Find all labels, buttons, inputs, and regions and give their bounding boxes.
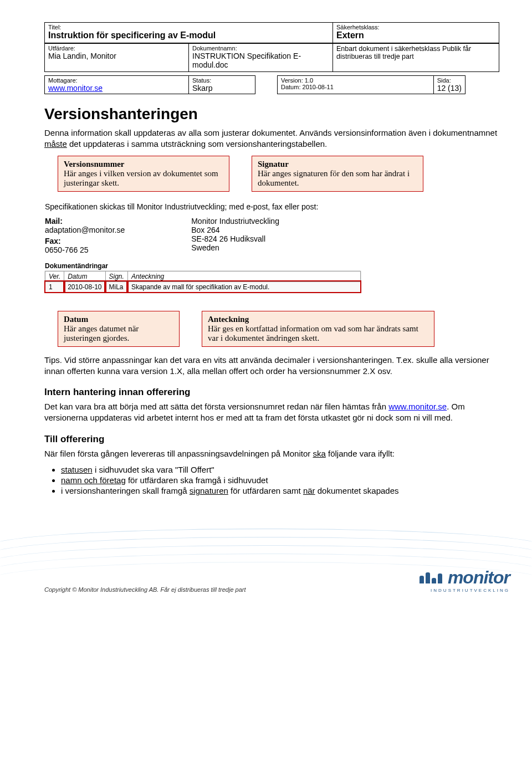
label-mottagare: Mottagare: (48, 77, 185, 84)
value-utfardare: Mia Landin, Monitor (48, 52, 185, 60)
header-sida-cell: Sida: 12 (13) (433, 75, 466, 94)
b3-b: för utfärdaren samt (228, 486, 303, 495)
ss-addr3: SE-824 26 Hudiksvall (191, 234, 279, 243)
para-till-off: När filen första gången levereras till a… (44, 448, 499, 459)
logo-bars-icon (420, 572, 442, 583)
logo-subtitle: INDUSTRIUTVECKLING (420, 588, 510, 593)
para-intern: Det kan vara bra att börja med att sätta… (44, 401, 499, 424)
value-mottagare[interactable]: www.monitor.se (48, 84, 185, 93)
value-doknamn: INSTRUKTION Specifikation E-modul.doc (192, 52, 329, 69)
b2-t: för utfärdaren ska framgå i sidhuvudet (126, 475, 268, 485)
logo-text: monitor (448, 567, 510, 587)
b3-c: dokumentet skapades (315, 486, 399, 495)
b3-u2: när (303, 486, 315, 495)
heading-versionshanteringen: Versionshanteringen (44, 105, 499, 123)
ss-tbl-header: Dokumentändringar (45, 262, 498, 270)
callout-dat-body: Här anges datumet när justeringen gjorde… (64, 324, 139, 342)
para-intern-a: Det kan vara bra att börja med att sätta… (44, 402, 388, 411)
td-ver: 1 (45, 281, 64, 292)
value-sakerhet: Extern (336, 30, 495, 40)
header-sakerhet-note-cell: Enbart dokument i säkerhetsklass Publik … (332, 43, 499, 72)
label-titel: Titel: (48, 24, 329, 30)
b2-u: namn och företag (61, 475, 126, 485)
heading-till-offerering: Till offerering (44, 434, 499, 445)
header-doknamn-cell: Dokumentnamn: INSTRUKTION Specifikation … (188, 43, 333, 72)
td-datum: 2010-08-10 (64, 281, 105, 292)
bullet-2: namn och företag för utfärdaren ska fram… (61, 475, 499, 485)
ss-fax-v: 0650-766 25 (45, 245, 125, 254)
embedded-screenshot: Specifikationen skickas till Monitor Ind… (44, 199, 499, 295)
version-table: Ver. Datum Sign. Anteckning 1 2010-08-10… (45, 271, 361, 293)
link-monitor[interactable]: www.monitor.se (388, 402, 447, 411)
ss-mail-v: adaptation@monitor.se (45, 226, 125, 234)
label-utfardare: Utfärdare: (48, 45, 185, 52)
callout-datum: Datum Här anges datumet när justeringen … (58, 311, 180, 347)
para-intro: Denna information skall uppdateras av al… (44, 127, 499, 150)
th-datum: Datum (64, 271, 105, 281)
label-version: Version: 1.0 (281, 77, 430, 84)
callout-dat-title: Datum (64, 315, 88, 324)
b3-a: i versionshanteringen skall framgå (61, 486, 190, 495)
header-status-cell: Status: Skarp (188, 75, 255, 94)
callout-anteckning: Anteckning Här ges en kortfattad informa… (202, 311, 434, 347)
td-ant: Skapande av mall för specifikation av E-… (127, 281, 360, 292)
bullet-list: statusen i sidhuvudet ska vara "Till Off… (61, 465, 499, 495)
ss-col-left: Mail: adaptation@monitor.se Fax: 0650-76… (45, 217, 125, 254)
value-status: Skarp (192, 84, 252, 93)
copyright: Copyright © Monitor Industriutveckling A… (44, 586, 246, 593)
b3-u1: signaturen (190, 486, 228, 495)
ss-addr2: Box 264 (191, 226, 279, 234)
bullet-3: i versionshanteringen skall framgå signa… (61, 486, 499, 495)
header-utfardare-cell: Utfärdare: Mia Landin, Monitor (44, 43, 189, 72)
header-sakerhet-cell: Säkerhetsklass: Extern (332, 22, 499, 43)
bullet-1: statusen i sidhuvudet ska vara "Till Off… (61, 465, 499, 474)
para-till-a: När filen första gången levereras till a… (44, 449, 313, 458)
b1-t: i sidhuvudet ska vara "Till Offert" (93, 465, 214, 474)
logo: monitor INDUSTRIUTVECKLING (420, 567, 510, 593)
para-tips: Tips. Vid större anpassningar kan det va… (44, 355, 499, 377)
heading-intern: Intern hantering innan offerering (44, 387, 499, 398)
ss-intro: Specifikationen skickas till Monitor Ind… (45, 202, 498, 211)
label-sida: Sida: (437, 77, 462, 84)
para-intro-b: det uppdateras i samma utsträckning som … (67, 139, 327, 148)
sakerhet-note: Enbart dokument i säkerhetsklass Publik … (336, 45, 495, 60)
callout-ant-title: Anteckning (208, 315, 249, 324)
callout-ant-body: Här ges en kortfattad information om vad… (208, 324, 418, 342)
footer: Copyright © Monitor Industriutveckling A… (0, 523, 532, 598)
header-version-datum-cell: Version: 1.0 Datum: 2010-08-11 (277, 75, 434, 94)
ss-addr4: Sweden (191, 243, 279, 252)
th-ver: Ver. (45, 271, 64, 281)
ss-fax-h: Fax: (45, 237, 125, 245)
para-till-u: ska (313, 449, 325, 458)
callout-ver-body: Här anges i vilken version av dokumentet… (64, 169, 218, 187)
callout-sig-body: Här anges signaturen för den som har änd… (258, 169, 410, 187)
label-doknamn: Dokumentnamn: (192, 45, 329, 52)
label-sakerhet: Säkerhetsklass: (336, 24, 495, 30)
value-sida: 12 (13) (437, 84, 462, 93)
callout-signatur: Signatur Här anges signaturen för den so… (252, 156, 423, 192)
label-status: Status: (192, 77, 252, 84)
ss-col-right: Monitor Industriutveckling Box 264 SE-82… (191, 217, 279, 254)
para-till-b: följande vara ifyllt: (326, 449, 395, 458)
ss-addr1: Monitor Industriutveckling (191, 217, 279, 226)
b1-u: statusen (61, 465, 93, 474)
th-sign: Sign. (105, 271, 127, 281)
td-sign: MiLa (105, 281, 127, 292)
callout-sig-title: Signatur (258, 160, 289, 168)
header-title-cell: Titel: Instruktion för specificering av … (44, 22, 333, 43)
th-ant: Anteckning (127, 271, 360, 281)
value-titel: Instruktion för specificering av E-modul (48, 30, 329, 40)
ss-mail-h: Mail: (45, 217, 125, 226)
para-intro-a: Denna information skall uppdateras av al… (44, 128, 497, 137)
callout-ver-title: Versionsnummer (64, 160, 124, 168)
header-mottagare-cell: Mottagare: www.monitor.se (44, 75, 189, 94)
callout-versionsnummer: Versionsnummer Här anges i vilken versio… (58, 156, 229, 192)
label-datum: Datum: 2010-08-11 (281, 84, 430, 90)
para-intro-u: måste (44, 139, 67, 148)
